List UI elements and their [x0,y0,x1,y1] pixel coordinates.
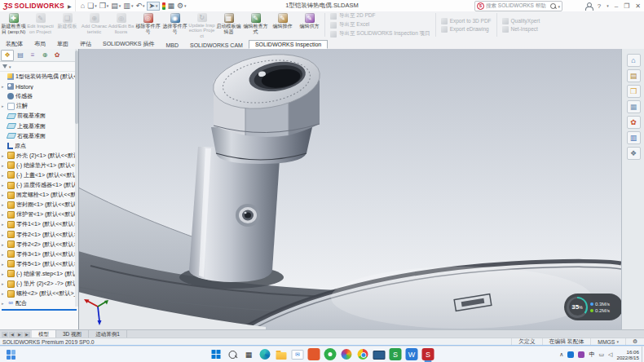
tab-scroll-arrow-icon[interactable]: ▶ [16,332,23,338]
dropdown-caret-icon[interactable]: ▾ [143,2,145,10]
featuremanager-tree-tab[interactable]: ❖ [1,50,14,61]
status-gear-icon[interactable]: ⚙ [625,338,644,345]
rollback-bar[interactable] [2,309,77,311]
tab-mbd[interactable]: MBD [160,42,184,49]
tree-item[interactable]: ▸(-) 温度传感器<1> (默认<<默认>_ [0,180,78,190]
expand-arrow-icon[interactable]: ▸ [2,232,6,237]
select-icon[interactable]: ➤▾ [147,2,159,11]
filter-funnel-icon[interactable] [2,64,7,68]
dropdown-caret-icon[interactable]: ▾ [184,2,187,10]
search-button[interactable] [227,348,239,360]
tree-item[interactable]: 传感器 [0,91,78,101]
tab-scroll-arrow-icon[interactable]: ◀ [9,332,15,338]
new-inspection-project-button[interactable]: ✚新建检查项目 (amp;N) [0,11,27,38]
help-button[interactable]: ? [598,2,601,10]
tree-item[interactable]: ▸零件2<2> (默认<<默认>_显示状 [0,240,78,249]
dropdown-caret-icon[interactable]: ▾ [107,2,109,10]
solidworks-taskbar-icon[interactable]: S [422,348,434,360]
touch-keyboard-icon[interactable]: ▭ [598,351,604,358]
file-explorer-icon[interactable] [276,348,288,360]
tree-item[interactable]: ▸螺栓<2> (默认<<默认>_显示状态 [0,289,78,298]
tab-solidworks-inspection[interactable]: SOLIDWORKS Inspection [249,40,328,49]
tree-item[interactable]: ▸(-) 上盖<1> (默认<<默认>_显示状 [0,170,78,180]
filter-caret-icon[interactable]: ▾ [9,64,11,69]
mail-icon[interactable]: ✉ [292,348,304,360]
dropdown-caret-icon[interactable]: ▾ [119,2,121,10]
taskbar-clock[interactable]: 16:062022/8/15 [616,349,639,360]
expand-arrow-icon[interactable]: ▸ [2,104,6,108]
tree-item[interactable]: 前视基准面 [0,111,78,121]
recorder-stats-overlay[interactable]: 35% 0.3M/s 0.2M/s [564,294,621,320]
tab-装配体[interactable]: 装配体 [0,39,29,49]
dropdown-caret-icon[interactable]: ▾ [131,2,134,10]
tree-item[interactable]: 1型铠装铸热电偶 (默认<默认_显示状态-1 [0,72,78,82]
search-icon[interactable] [550,3,556,9]
tab-scroll-arrow-icon[interactable]: ◀ [2,332,8,338]
tree-item[interactable]: ▸零件2<1> (默认<<默认>_显示状 [0,230,78,240]
expand-arrow-icon[interactable]: ▸ [2,272,6,276]
start-button[interactable] [210,348,223,360]
expand-arrow-icon[interactable]: ▸ [2,212,6,217]
save-icon[interactable]: ▤▾ [111,2,121,10]
appearances-scenes-tab[interactable]: ✿ [627,116,641,129]
expand-arrow-icon[interactable]: ▸ [2,301,6,306]
menu-flyout-arrow-icon[interactable]: ▶ [68,3,72,9]
expand-arrow-icon[interactable]: ▸ [2,281,6,286]
app-green-icon[interactable] [324,348,337,360]
restore-button[interactable]: ❐ [624,2,629,10]
widgets-button[interactable] [7,350,16,360]
tree-item[interactable]: ▸固定螺栓<1> (默认<<默认>_显示 [0,190,78,200]
home-icon[interactable]: ⌂ [81,2,85,10]
new-document-icon[interactable]: ❏▾ [87,2,97,10]
expand-arrow-icon[interactable]: ▸ [2,252,6,257]
tree-item[interactable]: 右视基准面 [0,131,78,141]
solidworks-resources-tab[interactable]: ⌂ [627,54,641,67]
tree-item[interactable]: ▸密封圈<1> (默认<<默认>_显示状 [0,200,78,210]
select-balloons-button[interactable]: ◉选择零件序号 [161,11,188,38]
browser-360-icon[interactable] [341,348,353,360]
remove-balloons-button[interactable]: ◎移除零件序号 [135,11,161,38]
expand-arrow-icon[interactable]: ▸ [2,183,6,188]
tree-item[interactable]: ▸(-) 绝缘管.step<1> (默认<<默认> [0,269,78,279]
hidden-icons-chevron[interactable]: ∧ [559,351,563,358]
expand-arrow-icon[interactable]: ▸ [2,84,6,89]
task-view-button[interactable]: ▦ [243,348,255,360]
expand-arrow-icon[interactable]: ▸ [2,222,6,227]
ime-language-indicator[interactable]: 中 [589,351,594,358]
tab-scroll-arrow-icon[interactable]: ▶ [24,332,30,338]
search-box[interactable]: S 搜索 SOLIDWORKS 帮助 ▾ [474,1,562,11]
user-account-button[interactable] [585,2,592,10]
tab-solidworks-插件[interactable]: SOLIDWORKS 插件 [97,39,160,49]
tree-item[interactable]: ▸零件3<1> (默认<<默认>_显示状 [0,249,78,259]
tree-item[interactable]: ▸零件5<1> (默认<<默认>_显示状 [0,259,78,269]
tree-item[interactable]: ▸∞配合 [0,298,78,308]
tree-item[interactable]: ▸外壳 (2)<1> (默认<<默认>_显示状 [0,151,78,161]
display-manager-tab[interactable]: ✿ [51,51,63,60]
edge-icon[interactable] [259,348,271,360]
expand-arrow-icon[interactable]: ▸ [2,202,6,207]
units-caret-icon[interactable]: ▾ [616,339,619,344]
display-settings-icon[interactable]: ▦ [168,2,175,10]
search-caret-icon[interactable]: ▾ [558,4,560,9]
expand-arrow-icon[interactable]: ▸ [2,173,6,178]
tree-item[interactable]: ▸(-) 绝缘垫片<1> (默认<<默认>_显 [0,161,78,170]
expand-arrow-icon[interactable]: ▸ [2,163,6,168]
options-icon[interactable]: ⚙▾ [177,2,187,10]
tree-item[interactable]: 上视基准面 [0,121,78,130]
tree-item[interactable]: ▸注解 [0,101,78,111]
tree-item[interactable]: ▸(-) 垫片 (2)<2> -?> (默认<<默认> [0,279,78,289]
propertymanager-tab[interactable]: ▤ [15,51,26,60]
design-library-tab[interactable]: ▤ [627,69,641,82]
onedrive-icon[interactable] [567,351,574,358]
tab-草图[interactable]: 草图 [51,39,74,49]
remote-monitor-icon[interactable] [373,348,386,360]
tab-solidworks-cam[interactable]: SOLIDWORKS CAM [184,42,249,49]
tree-scrollbar[interactable] [75,49,78,307]
rebuild-icon[interactable] [162,2,165,10]
expand-arrow-icon[interactable]: ▸ [2,192,6,197]
expand-arrow-icon[interactable]: ▸ [2,153,6,158]
3d-model[interactable] [78,49,621,329]
print-icon[interactable]: ▥▾ [123,2,133,10]
wps-sheets-icon[interactable]: S [390,348,402,360]
dropdown-caret-icon[interactable]: ▾ [95,2,97,10]
